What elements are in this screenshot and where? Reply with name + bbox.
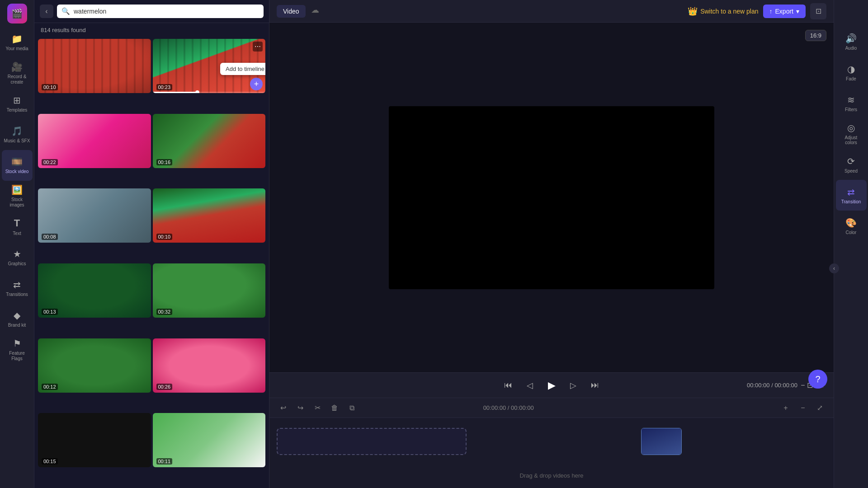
redo-button[interactable]: ↪ <box>294 402 307 414</box>
video-thumb-3[interactable]: 00:22 <box>38 114 151 168</box>
sidebar-item-transitions[interactable]: ⇄ Transitions <box>2 273 33 304</box>
right-tool-color[interactable]: 🎨 Color <box>836 211 867 241</box>
video-thumb-4[interactable]: 00:16 <box>153 114 266 168</box>
collapse-sidebar-button[interactable]: ‹ <box>829 263 839 273</box>
right-tool-audio[interactable]: 🔊 Audio <box>836 26 867 57</box>
frame-forward-button[interactable]: ▷ <box>566 378 580 393</box>
video-thumb-5[interactable]: 00:08 <box>38 188 151 243</box>
delete-button[interactable]: 🗑 <box>328 402 341 414</box>
undo-button[interactable]: ↩ <box>277 402 289 414</box>
skip-forward-button[interactable]: ⏭ <box>588 378 602 393</box>
graphics-icon: ★ <box>13 249 21 259</box>
search-input-wrap: 🔍 <box>57 5 264 18</box>
thumb-duration-4: 00:16 <box>156 159 173 165</box>
top-bar: Video ☁ 👑 Switch to a new plan ↑ Export … <box>269 0 834 23</box>
video-thumb-12[interactable]: 00:11 <box>153 413 266 467</box>
sidebar-item-text[interactable]: T Text <box>2 211 33 242</box>
right-tool-adjust-colors[interactable]: ◎ Adjustcolors <box>836 118 867 149</box>
thumb-duration-6: 00:10 <box>156 234 173 240</box>
video-thumb-1[interactable]: 00:10 <box>38 39 151 93</box>
captions-button[interactable]: ⊡ <box>810 3 826 19</box>
video-canvas <box>389 106 714 289</box>
timeline-area: ↩ ↪ ✂ 🗑 ⧉ 00:00:00 / 00:00:00 + − ⤢ Drag… <box>269 398 834 488</box>
sidebar-item-stock-video[interactable]: 🎞️ Stock video <box>2 150 33 181</box>
fit-timeline-button[interactable]: ⤢ <box>814 402 826 414</box>
video-preview-area: 16:9 <box>269 23 834 372</box>
export-chevron-icon: ▾ <box>796 8 799 15</box>
duplicate-button[interactable]: ⧉ <box>345 402 358 414</box>
timeline-clip[interactable] <box>641 428 682 455</box>
audio-icon: 🔊 <box>845 33 857 44</box>
video-thumb-9[interactable]: 00:12 <box>38 338 151 393</box>
help-button[interactable]: ? <box>808 370 827 389</box>
skip-back-button[interactable]: ⏮ <box>501 378 515 393</box>
thumb-more-icon[interactable]: ⋯ <box>253 42 263 52</box>
video-thumb-10[interactable]: 00:26 <box>153 338 266 393</box>
video-thumb-11[interactable]: 00:15 <box>38 413 151 467</box>
speed-icon: ⟳ <box>847 156 855 167</box>
add-to-timeline-button[interactable]: + <box>250 78 263 90</box>
thumb-duration-3: 00:22 <box>42 159 58 165</box>
sidebar-item-your-media[interactable]: 📁 Your media <box>2 27 33 58</box>
thumb-duration-9: 00:12 <box>42 384 58 390</box>
video-thumb-6[interactable]: 00:10 <box>153 188 266 243</box>
preview-timeline-container: 16:9 ⏮ ◁ ▶ ▷ ⏭ 00:00:00 / 00:00:00 − ⊡ +… <box>269 23 834 488</box>
right-tool-transition[interactable]: ⇄ Transition <box>836 180 867 211</box>
zoom-out-timeline-button[interactable]: − <box>797 402 809 414</box>
zoom-in-timeline-button[interactable]: + <box>779 402 792 414</box>
frame-back-button[interactable]: ◁ <box>523 378 537 393</box>
aspect-ratio-badge[interactable]: 16:9 <box>805 30 826 41</box>
thumb-duration-7: 00:13 <box>42 309 58 315</box>
search-input[interactable] <box>74 8 259 15</box>
back-button[interactable]: ‹ <box>40 5 53 18</box>
scrubber-bar <box>153 92 266 93</box>
timeline-track <box>277 423 826 460</box>
adjust-colors-icon: ◎ <box>847 122 855 133</box>
sidebar-item-feature-flags[interactable]: ⚑ Feature Flags <box>2 334 33 365</box>
export-icon: ↑ <box>769 8 773 15</box>
sidebar-item-record-create[interactable]: 🎥 Record &create <box>2 58 33 89</box>
tab-video[interactable]: Video <box>277 5 306 18</box>
right-tool-filters[interactable]: ≋ Filters <box>836 88 867 118</box>
sidebar-item-stock-images[interactable]: 🖼️ Stock images <box>2 181 33 211</box>
right-sidebar: 🔊 Audio ◑ Fade ≋ Filters ◎ Adjustcolors … <box>834 0 868 488</box>
search-icon: 🔍 <box>61 7 70 15</box>
timeline-content: Drag & drop videos here <box>269 418 834 488</box>
thumb-duration-12: 00:11 <box>156 458 173 465</box>
thumb-duration-1: 00:10 <box>42 84 58 90</box>
export-button[interactable]: ↑ Export ▾ <box>763 5 806 18</box>
timeline-toolbar: ↩ ↪ ✂ 🗑 ⧉ 00:00:00 / 00:00:00 + − ⤢ <box>269 398 834 418</box>
brand-icon: ◆ <box>14 310 20 321</box>
right-tool-speed[interactable]: ⟳ Speed <box>836 149 867 180</box>
zoom-out-button[interactable]: − <box>801 381 805 389</box>
sidebar-item-graphics[interactable]: ★ Graphics <box>2 242 33 273</box>
thumb-duration-8: 00:32 <box>156 309 173 315</box>
video-thumb-8[interactable]: 00:32 <box>153 263 266 318</box>
text-icon: T <box>14 217 20 229</box>
stock-images-icon: 🖼️ <box>11 184 23 195</box>
captions-icon: ⊡ <box>816 7 821 15</box>
cloud-save-icon: ☁ <box>311 5 319 18</box>
timeline-drop-zone[interactable] <box>277 428 467 455</box>
fade-icon: ◑ <box>847 64 855 75</box>
playback-controls: ⏮ ◁ ▶ ▷ ⏭ 00:00:00 / 00:00:00 − ⊡ + ⤢ <box>269 372 834 398</box>
sidebar-item-brand-kit[interactable]: ◆ Brand kit <box>2 304 33 334</box>
sidebar-item-templates[interactable]: ⊞ Templates <box>2 89 33 119</box>
time-display: 00:00:00 / 00:00:00 <box>747 382 797 389</box>
play-button[interactable]: ▶ <box>544 378 559 393</box>
search-bar-row: ‹ 🔍 <box>34 0 269 23</box>
results-count: 814 results found <box>34 23 269 37</box>
sidebar-item-music-sfx[interactable]: 🎵 Music & SFX <box>2 119 33 150</box>
thumb-duration-11: 00:15 <box>42 458 58 465</box>
right-tool-fade[interactable]: ◑ Fade <box>836 57 867 88</box>
switch-plan-button[interactable]: 👑 Switch to a new plan <box>688 6 758 16</box>
scrubber-dot <box>195 90 199 93</box>
tooltip-text: Add to timeline <box>220 63 265 75</box>
media-icon: 📁 <box>11 33 23 44</box>
video-thumb-7[interactable]: 00:13 <box>38 263 151 318</box>
video-thumb-2[interactable]: 00:23 ⋯ + Add to timeline ☞ <box>153 39 266 93</box>
main-area: Video ☁ 👑 Switch to a new plan ↑ Export … <box>269 0 834 488</box>
feature-flags-icon: ⚑ <box>13 338 21 349</box>
cut-button[interactable]: ✂ <box>311 402 324 414</box>
app-logo: 🎬 <box>7 4 27 23</box>
